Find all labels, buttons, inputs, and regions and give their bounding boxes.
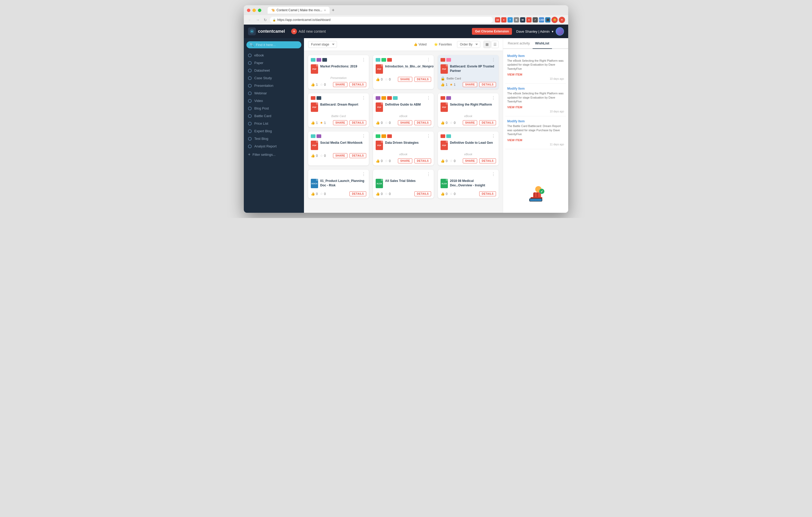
sidebar-item-video[interactable]: Video [244, 97, 304, 104]
more-options-button[interactable]: ⋮ [491, 95, 496, 100]
ext-8[interactable]: 1:83 [539, 17, 544, 23]
sidebar-item-test-blog[interactable]: Test Blog [244, 135, 304, 143]
filter-settings-item[interactable]: + Filter settings... [244, 150, 304, 159]
order-by-select[interactable]: Order By [457, 41, 480, 48]
user-menu[interactable]: Dave Shanley | Admin ▾ [516, 27, 564, 35]
star-icon[interactable]: ☆ [320, 192, 323, 196]
details-button[interactable]: DETAILS [349, 120, 366, 125]
details-button[interactable]: DETAILS [349, 153, 366, 158]
search-box[interactable]: 🔍 [246, 41, 301, 48]
share-button[interactable]: SHARE [463, 120, 477, 125]
sidebar-item-price-list[interactable]: Price List [244, 120, 304, 127]
details-button[interactable]: DETAILS [479, 82, 496, 87]
sidebar-item-battle-card[interactable]: Battle Card [244, 112, 304, 120]
view-item-link[interactable]: VIEW ITEM [507, 73, 522, 76]
ext-1[interactable]: 16 [495, 17, 500, 23]
ext-6[interactable]: A [526, 17, 531, 23]
more-options-button[interactable]: ⋮ [426, 95, 431, 100]
star-icon[interactable]: ☆ [320, 83, 323, 87]
thumb-up-icon[interactable]: 👍 [376, 159, 380, 163]
star-icon[interactable]: ☆ [385, 121, 388, 125]
share-button[interactable]: SHARE [333, 120, 348, 125]
star-icon[interactable]: ☆ [320, 154, 323, 158]
grid-view-button[interactable]: ⊞ [484, 41, 491, 48]
star-icon[interactable]: ☆ [385, 78, 388, 81]
ext-2[interactable]: ● [501, 17, 506, 23]
thumb-up-icon[interactable]: 👍 [440, 192, 445, 196]
star-icon[interactable]: ★ [320, 121, 323, 125]
star-icon[interactable]: ☆ [450, 159, 453, 163]
star-icon[interactable]: ☆ [385, 192, 388, 196]
sidebar-item-presentation[interactable]: Presentation [244, 82, 304, 89]
details-button[interactable]: DETAILS [349, 82, 366, 87]
sidebar-item-expert-blog[interactable]: Expert Blog [244, 127, 304, 135]
details-button[interactable]: DETAILS [479, 120, 496, 125]
ext-4[interactable]: ⊞ [514, 17, 519, 23]
chrome-extension-button[interactable]: Get Chrome Extension [472, 28, 512, 35]
details-button[interactable]: DETAILS [349, 191, 366, 196]
ext-7[interactable]: ✓ [532, 17, 538, 23]
view-item-link[interactable]: VIEW ITEM [507, 105, 522, 109]
url-bar[interactable]: 🔒 https://app.contentcamel.io/dashboard [270, 17, 493, 23]
add-content-button[interactable]: + Add new content [291, 29, 326, 34]
thumb-up-icon[interactable]: 👍 [311, 154, 315, 158]
tab-wishlist[interactable]: WishList [532, 38, 552, 49]
maximize-button[interactable] [258, 9, 261, 12]
favorites-filter[interactable]: ⭐ Favorites [432, 41, 454, 47]
more-options-button[interactable]: ⋮ [361, 172, 366, 177]
voted-filter[interactable]: 👍 Voted [411, 41, 429, 47]
sidebar-item-case-study[interactable]: Case Study [244, 74, 304, 82]
active-tab[interactable]: 🐪 Content Camel | Make the mos... ✕ [268, 7, 329, 13]
thumb-up-icon[interactable]: 👍 [440, 83, 445, 87]
share-button[interactable]: SHARE [463, 82, 477, 87]
share-button[interactable]: SHARE [333, 153, 348, 158]
more-options-button[interactable]: ⋮ [361, 57, 366, 62]
sidebar-item-blog-post[interactable]: Blog Post [244, 104, 304, 112]
more-options-button[interactable]: ⋮ [426, 133, 431, 139]
star-icon[interactable]: ☆ [450, 121, 453, 125]
ext-10[interactable]: 😊 [551, 17, 558, 23]
sidebar-item-datasheet[interactable]: Datasheet [244, 67, 304, 74]
more-options-button[interactable]: ⋮ [491, 172, 496, 177]
ext-close[interactable]: ✕ [559, 17, 565, 23]
share-button[interactable]: SHARE [398, 120, 412, 125]
details-button[interactable]: DETAILS [414, 191, 431, 196]
more-options-button[interactable]: ⋮ [361, 133, 366, 139]
share-button[interactable]: SHARE [463, 158, 477, 163]
minimize-button[interactable] [253, 9, 256, 12]
thumb-up-icon[interactable]: 👍 [440, 121, 445, 125]
star-icon[interactable]: ☆ [385, 159, 388, 163]
tab-close-button[interactable]: ✕ [324, 9, 326, 12]
share-button[interactable]: SHARE [398, 77, 412, 82]
ext-3[interactable]: T [508, 17, 513, 23]
details-button[interactable]: DETAILS [479, 158, 496, 163]
more-options-button[interactable]: ⋮ [491, 57, 496, 62]
back-button[interactable]: ← [247, 17, 253, 23]
more-options-button[interactable]: ⋮ [491, 133, 496, 139]
list-view-button[interactable]: ☰ [491, 41, 499, 48]
sidebar-item-paper[interactable]: Paper [244, 59, 304, 67]
ext-5[interactable]: W [520, 17, 525, 23]
sidebar-item-ebook[interactable]: eBook [244, 52, 304, 59]
thumb-up-icon[interactable]: 👍 [311, 121, 315, 125]
share-button[interactable]: SHARE [398, 158, 412, 163]
more-options-button[interactable]: ⋮ [426, 57, 431, 62]
details-button[interactable]: DETAILS [414, 158, 431, 163]
details-button[interactable]: DETAILS [414, 77, 431, 82]
reload-button[interactable]: ↻ [263, 17, 268, 23]
sidebar-item-analyst-report[interactable]: Analyst Report [244, 143, 304, 150]
share-button[interactable]: SHARE [333, 82, 348, 87]
close-button[interactable] [247, 9, 250, 12]
thumb-up-icon[interactable]: 👍 [440, 159, 445, 163]
details-button[interactable]: DETAILS [414, 120, 431, 125]
tab-recent-activity[interactable]: Recent activity [505, 38, 532, 49]
star-icon[interactable]: ☆ [450, 192, 453, 196]
new-tab-button[interactable]: + [332, 7, 335, 13]
thumb-up-icon[interactable]: 👍 [311, 83, 315, 87]
more-options-button[interactable]: ⋮ [426, 172, 431, 177]
funnel-stage-select[interactable]: Funnel stage [308, 41, 337, 48]
view-item-link[interactable]: VIEW ITEM [507, 139, 522, 142]
details-button[interactable]: DETAILS [479, 191, 496, 196]
thumb-up-icon[interactable]: 👍 [376, 121, 380, 125]
search-input[interactable] [256, 43, 298, 47]
